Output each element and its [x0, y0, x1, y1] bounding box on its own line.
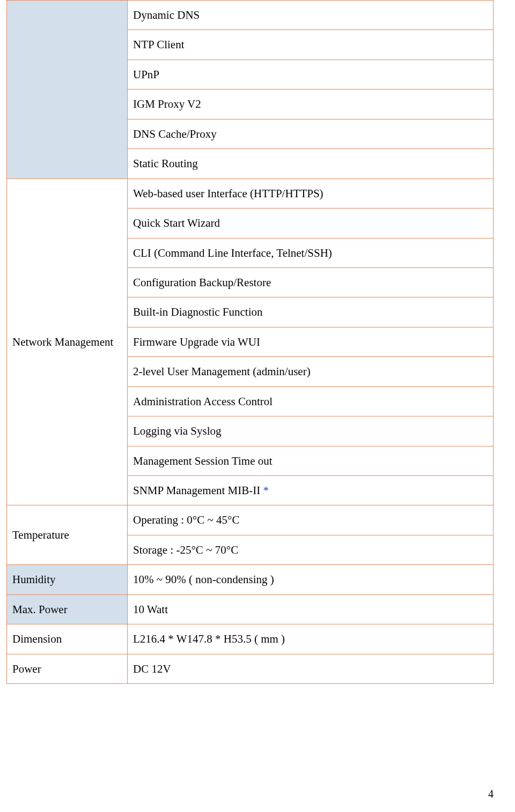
- category-cell-network-management: Network Management: [7, 178, 128, 505]
- value-cell: NTP Client: [128, 30, 494, 59]
- table-row: Dimension L216.4 * W147.8 * H53.5 ( mm ): [7, 624, 494, 654]
- value-cell: 10 Watt: [128, 594, 494, 624]
- value-text: SNMP Management MIB-II: [133, 484, 263, 497]
- value-cell: Firmware Upgrade via WUI: [128, 327, 494, 356]
- table-row: Temperature Operating : 0°C ~ 45°C: [7, 505, 494, 535]
- value-cell: Configuration Backup/Restore: [128, 267, 494, 297]
- asterisk-icon: *: [263, 484, 269, 497]
- table-row: Network Management Web-based user Interf…: [7, 178, 494, 208]
- value-cell: DC 12V: [128, 654, 494, 683]
- category-cell-power: Power: [7, 654, 128, 683]
- value-cell: Static Routing: [128, 149, 494, 178]
- page: Dynamic DNS NTP Client UPnP IGM Proxy V2…: [0, 0, 515, 812]
- value-cell: Dynamic DNS: [128, 1, 494, 30]
- category-cell-temperature: Temperature: [7, 505, 128, 565]
- value-cell: Logging via Syslog: [128, 416, 494, 446]
- value-cell: Administration Access Control: [128, 386, 494, 416]
- value-cell: DNS Cache/Proxy: [128, 119, 494, 148]
- value-cell: Quick Start Wizard: [128, 208, 494, 238]
- category-cell-max-power: Max. Power: [7, 594, 128, 624]
- value-cell: CLI (Command Line Interface, Telnet/SSH): [128, 238, 494, 267]
- table-row: Max. Power 10 Watt: [7, 594, 494, 624]
- value-cell: Storage : -25°C ~ 70°C: [128, 535, 494, 564]
- value-cell: 10% ~ 90% ( non-condensing ): [128, 565, 494, 594]
- table-row: Power DC 12V: [7, 654, 494, 683]
- category-cell-continuation: [7, 1, 128, 179]
- table-row: Dynamic DNS: [7, 1, 494, 30]
- value-cell: Web-based user Interface (HTTP/HTTPS): [128, 178, 494, 208]
- value-cell-snmp: SNMP Management MIB-II *: [128, 476, 494, 505]
- value-cell: Operating : 0°C ~ 45°C: [128, 505, 494, 535]
- value-cell: UPnP: [128, 59, 494, 89]
- table-row: Humidity 10% ~ 90% ( non-condensing ): [7, 565, 494, 594]
- page-number: 4: [488, 788, 494, 800]
- value-cell: L216.4 * W147.8 * H53.5 ( mm ): [128, 624, 494, 654]
- value-cell: IGM Proxy V2: [128, 90, 494, 119]
- value-cell: Built-in Diagnostic Function: [128, 297, 494, 327]
- category-cell-humidity: Humidity: [7, 565, 128, 594]
- value-cell: 2-level User Management (admin/user): [128, 357, 494, 386]
- category-cell-dimension: Dimension: [7, 624, 128, 654]
- spec-table: Dynamic DNS NTP Client UPnP IGM Proxy V2…: [6, 0, 494, 684]
- value-cell: Management Session Time out: [128, 446, 494, 475]
